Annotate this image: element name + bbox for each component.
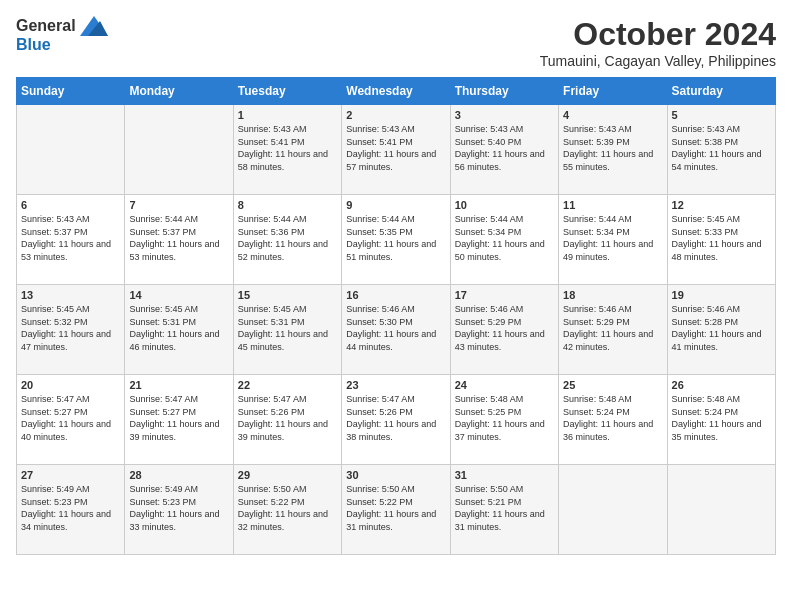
cell-content: Sunrise: 5:43 AM Sunset: 5:41 PM Dayligh… (238, 123, 337, 173)
day-number: 12 (672, 199, 771, 211)
calendar-cell: 3Sunrise: 5:43 AM Sunset: 5:40 PM Daylig… (450, 105, 558, 195)
day-number: 9 (346, 199, 445, 211)
calendar-cell: 7Sunrise: 5:44 AM Sunset: 5:37 PM Daylig… (125, 195, 233, 285)
day-number: 6 (21, 199, 120, 211)
cell-content: Sunrise: 5:44 AM Sunset: 5:34 PM Dayligh… (455, 213, 554, 263)
calendar-cell: 19Sunrise: 5:46 AM Sunset: 5:28 PM Dayli… (667, 285, 775, 375)
day-number: 11 (563, 199, 662, 211)
day-number: 24 (455, 379, 554, 391)
cell-content: Sunrise: 5:46 AM Sunset: 5:30 PM Dayligh… (346, 303, 445, 353)
calendar-cell: 6Sunrise: 5:43 AM Sunset: 5:37 PM Daylig… (17, 195, 125, 285)
day-number: 1 (238, 109, 337, 121)
calendar-cell: 26Sunrise: 5:48 AM Sunset: 5:24 PM Dayli… (667, 375, 775, 465)
calendar-cell: 5Sunrise: 5:43 AM Sunset: 5:38 PM Daylig… (667, 105, 775, 195)
cell-content: Sunrise: 5:48 AM Sunset: 5:25 PM Dayligh… (455, 393, 554, 443)
calendar-week-row: 13Sunrise: 5:45 AM Sunset: 5:32 PM Dayli… (17, 285, 776, 375)
calendar-cell (667, 465, 775, 555)
logo-general: General (16, 17, 76, 35)
cell-content: Sunrise: 5:50 AM Sunset: 5:22 PM Dayligh… (346, 483, 445, 533)
day-number: 10 (455, 199, 554, 211)
cell-content: Sunrise: 5:43 AM Sunset: 5:37 PM Dayligh… (21, 213, 120, 263)
calendar-cell: 2Sunrise: 5:43 AM Sunset: 5:41 PM Daylig… (342, 105, 450, 195)
calendar-cell: 28Sunrise: 5:49 AM Sunset: 5:23 PM Dayli… (125, 465, 233, 555)
weekday-header-sunday: Sunday (17, 78, 125, 105)
location-title: Tumauini, Cagayan Valley, Philippines (540, 53, 776, 69)
month-title: October 2024 (540, 16, 776, 53)
weekday-header-tuesday: Tuesday (233, 78, 341, 105)
cell-content: Sunrise: 5:44 AM Sunset: 5:35 PM Dayligh… (346, 213, 445, 263)
day-number: 5 (672, 109, 771, 121)
calendar-cell: 15Sunrise: 5:45 AM Sunset: 5:31 PM Dayli… (233, 285, 341, 375)
day-number: 23 (346, 379, 445, 391)
calendar-cell: 12Sunrise: 5:45 AM Sunset: 5:33 PM Dayli… (667, 195, 775, 285)
calendar-cell: 29Sunrise: 5:50 AM Sunset: 5:22 PM Dayli… (233, 465, 341, 555)
header: General Blue October 2024 Tumauini, Caga… (16, 16, 776, 69)
day-number: 13 (21, 289, 120, 301)
cell-content: Sunrise: 5:44 AM Sunset: 5:34 PM Dayligh… (563, 213, 662, 263)
calendar-cell (17, 105, 125, 195)
logo: General (16, 16, 108, 36)
day-number: 17 (455, 289, 554, 301)
day-number: 22 (238, 379, 337, 391)
weekday-header-thursday: Thursday (450, 78, 558, 105)
calendar-week-row: 20Sunrise: 5:47 AM Sunset: 5:27 PM Dayli… (17, 375, 776, 465)
day-number: 8 (238, 199, 337, 211)
day-number: 16 (346, 289, 445, 301)
calendar-cell (125, 105, 233, 195)
calendar-cell: 18Sunrise: 5:46 AM Sunset: 5:29 PM Dayli… (559, 285, 667, 375)
day-number: 18 (563, 289, 662, 301)
calendar-cell: 17Sunrise: 5:46 AM Sunset: 5:29 PM Dayli… (450, 285, 558, 375)
cell-content: Sunrise: 5:47 AM Sunset: 5:27 PM Dayligh… (129, 393, 228, 443)
day-number: 19 (672, 289, 771, 301)
cell-content: Sunrise: 5:46 AM Sunset: 5:29 PM Dayligh… (563, 303, 662, 353)
cell-content: Sunrise: 5:43 AM Sunset: 5:38 PM Dayligh… (672, 123, 771, 173)
calendar-cell: 13Sunrise: 5:45 AM Sunset: 5:32 PM Dayli… (17, 285, 125, 375)
cell-content: Sunrise: 5:45 AM Sunset: 5:33 PM Dayligh… (672, 213, 771, 263)
cell-content: Sunrise: 5:43 AM Sunset: 5:41 PM Dayligh… (346, 123, 445, 173)
cell-content: Sunrise: 5:50 AM Sunset: 5:21 PM Dayligh… (455, 483, 554, 533)
calendar-cell: 23Sunrise: 5:47 AM Sunset: 5:26 PM Dayli… (342, 375, 450, 465)
cell-content: Sunrise: 5:48 AM Sunset: 5:24 PM Dayligh… (563, 393, 662, 443)
day-number: 14 (129, 289, 228, 301)
calendar-cell: 14Sunrise: 5:45 AM Sunset: 5:31 PM Dayli… (125, 285, 233, 375)
cell-content: Sunrise: 5:49 AM Sunset: 5:23 PM Dayligh… (129, 483, 228, 533)
cell-content: Sunrise: 5:48 AM Sunset: 5:24 PM Dayligh… (672, 393, 771, 443)
day-number: 2 (346, 109, 445, 121)
title-area: October 2024 Tumauini, Cagayan Valley, P… (540, 16, 776, 69)
cell-content: Sunrise: 5:47 AM Sunset: 5:26 PM Dayligh… (238, 393, 337, 443)
cell-content: Sunrise: 5:47 AM Sunset: 5:27 PM Dayligh… (21, 393, 120, 443)
cell-content: Sunrise: 5:49 AM Sunset: 5:23 PM Dayligh… (21, 483, 120, 533)
calendar-cell: 24Sunrise: 5:48 AM Sunset: 5:25 PM Dayli… (450, 375, 558, 465)
cell-content: Sunrise: 5:44 AM Sunset: 5:37 PM Dayligh… (129, 213, 228, 263)
calendar-cell: 21Sunrise: 5:47 AM Sunset: 5:27 PM Dayli… (125, 375, 233, 465)
calendar-cell: 22Sunrise: 5:47 AM Sunset: 5:26 PM Dayli… (233, 375, 341, 465)
day-number: 7 (129, 199, 228, 211)
calendar-cell: 25Sunrise: 5:48 AM Sunset: 5:24 PM Dayli… (559, 375, 667, 465)
logo-blue: Blue (16, 36, 51, 54)
calendar-table: SundayMondayTuesdayWednesdayThursdayFrid… (16, 77, 776, 555)
day-number: 26 (672, 379, 771, 391)
day-number: 29 (238, 469, 337, 481)
logo-area: General Blue (16, 16, 108, 54)
weekday-header-monday: Monday (125, 78, 233, 105)
weekday-header-friday: Friday (559, 78, 667, 105)
day-number: 25 (563, 379, 662, 391)
calendar-cell: 1Sunrise: 5:43 AM Sunset: 5:41 PM Daylig… (233, 105, 341, 195)
weekday-header-row: SundayMondayTuesdayWednesdayThursdayFrid… (17, 78, 776, 105)
day-number: 3 (455, 109, 554, 121)
calendar-cell: 11Sunrise: 5:44 AM Sunset: 5:34 PM Dayli… (559, 195, 667, 285)
calendar-cell: 31Sunrise: 5:50 AM Sunset: 5:21 PM Dayli… (450, 465, 558, 555)
day-number: 30 (346, 469, 445, 481)
cell-content: Sunrise: 5:50 AM Sunset: 5:22 PM Dayligh… (238, 483, 337, 533)
weekday-header-wednesday: Wednesday (342, 78, 450, 105)
cell-content: Sunrise: 5:45 AM Sunset: 5:31 PM Dayligh… (129, 303, 228, 353)
calendar-cell: 27Sunrise: 5:49 AM Sunset: 5:23 PM Dayli… (17, 465, 125, 555)
cell-content: Sunrise: 5:44 AM Sunset: 5:36 PM Dayligh… (238, 213, 337, 263)
calendar-week-row: 6Sunrise: 5:43 AM Sunset: 5:37 PM Daylig… (17, 195, 776, 285)
day-number: 20 (21, 379, 120, 391)
calendar-week-row: 1Sunrise: 5:43 AM Sunset: 5:41 PM Daylig… (17, 105, 776, 195)
calendar-cell: 10Sunrise: 5:44 AM Sunset: 5:34 PM Dayli… (450, 195, 558, 285)
cell-content: Sunrise: 5:43 AM Sunset: 5:40 PM Dayligh… (455, 123, 554, 173)
cell-content: Sunrise: 5:45 AM Sunset: 5:32 PM Dayligh… (21, 303, 120, 353)
day-number: 4 (563, 109, 662, 121)
